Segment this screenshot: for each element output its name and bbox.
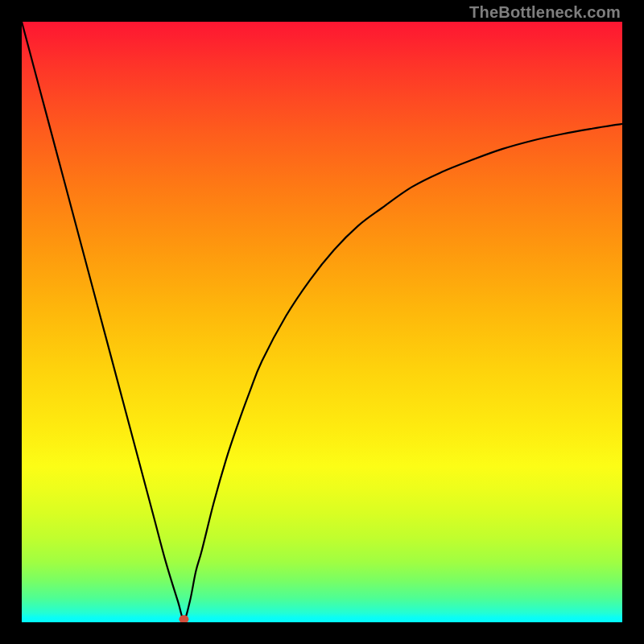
chart-area [22, 22, 622, 622]
watermark-label: TheBottleneck.com [469, 3, 621, 22]
bottleneck-curve-svg [22, 22, 622, 622]
bottleneck-curve [22, 22, 622, 619]
curve-minimum-marker [179, 615, 188, 622]
